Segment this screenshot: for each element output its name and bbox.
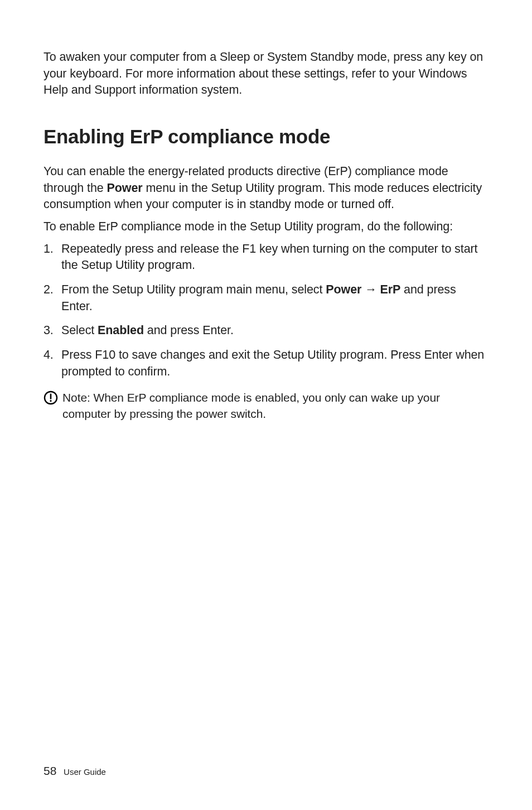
step-3-post: and press Enter. <box>144 324 234 337</box>
step-2-pre: From the Setup Utility program main menu… <box>61 283 326 296</box>
note-body: When ErP compliance mode is enabled, you… <box>62 391 440 420</box>
step-2-erp-bold: ErP <box>380 283 400 296</box>
note-label: Note: <box>62 391 90 404</box>
attention-icon <box>43 390 58 405</box>
section-heading: Enabling ErP compliance mode <box>43 126 489 148</box>
footer-title: User Guide <box>64 767 106 777</box>
p1-power-bold: Power <box>107 181 143 195</box>
intro-paragraph: To awaken your computer from a Sleep or … <box>43 49 489 99</box>
note-text: Note: When ErP compliance mode is enable… <box>62 390 489 422</box>
step-2: From the Setup Utility program main menu… <box>43 282 489 315</box>
erp-description-paragraph: You can enable the energy-related produc… <box>43 163 489 213</box>
step-1: Repeatedly press and release the F1 key … <box>43 241 489 274</box>
step-2-power-bold: Power <box>326 283 361 296</box>
note-icon-wrap <box>43 390 62 407</box>
svg-point-2 <box>50 400 51 402</box>
page-footer: 58 User Guide <box>43 764 106 778</box>
step-4: Press F10 to save changes and exit the S… <box>43 347 489 380</box>
note-block: Note: When ErP compliance mode is enable… <box>43 390 489 422</box>
step-3-pre: Select <box>61 324 98 337</box>
step-3-enabled-bold: Enabled <box>98 324 144 337</box>
step-2-arrow: → <box>361 283 380 296</box>
step-3: Select Enabled and press Enter. <box>43 322 489 339</box>
instructions-lead-paragraph: To enable ErP compliance mode in the Set… <box>43 219 489 235</box>
page-number: 58 <box>43 764 56 777</box>
steps-list: Repeatedly press and release the F1 key … <box>43 241 489 380</box>
